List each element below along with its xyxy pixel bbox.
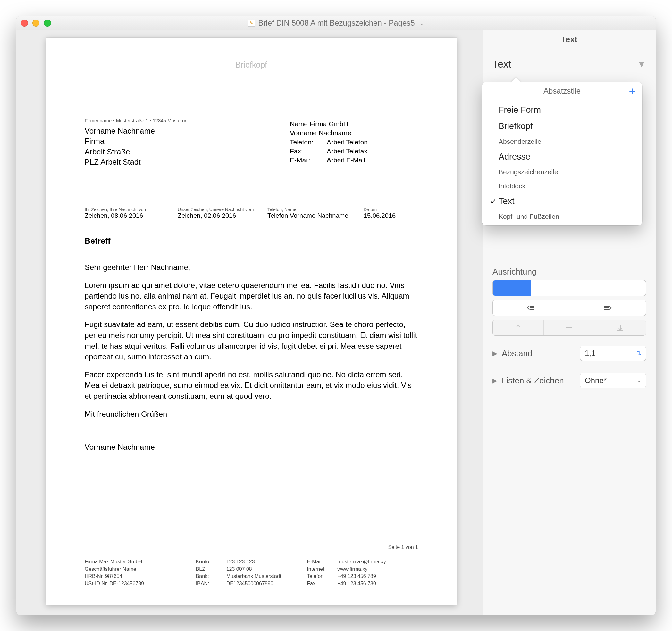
- style-item-label: Kopf- und Fußzeilen: [499, 213, 559, 220]
- align-center-button[interactable]: [531, 280, 570, 296]
- address-line[interactable]: PLZ Arbeit Stadt: [85, 157, 155, 167]
- body-text[interactable]: Sehr geehrter Herr Nachname, Lorem ipsum…: [85, 262, 418, 460]
- document-icon: ✎: [248, 20, 255, 27]
- fold-mark: [44, 328, 49, 328]
- style-item-label: Bezugszeichenzeile: [499, 168, 558, 176]
- style-item[interactable]: Infoblock: [482, 179, 642, 193]
- add-style-button[interactable]: ＋: [627, 83, 638, 98]
- page[interactable]: Briefkopf Firmenname • Musterstraße 1 • …: [46, 38, 457, 605]
- style-item-label: Absenderzeile: [499, 138, 541, 145]
- style-item-label: Text: [499, 196, 514, 206]
- style-item[interactable]: Freie Form: [482, 102, 642, 118]
- chevron-down-icon[interactable]: ⌄: [419, 20, 424, 27]
- list-style-select[interactable]: Ohne* ⌄: [580, 373, 646, 388]
- inspector-tab-text[interactable]: Text: [483, 30, 656, 49]
- style-item[interactable]: ✓Text: [482, 193, 642, 209]
- address-line[interactable]: Firma: [85, 136, 155, 146]
- chevron-down-icon: ⌄: [637, 377, 641, 384]
- disclosure-triangle-icon[interactable]: ▶: [493, 377, 497, 384]
- salutation[interactable]: Sehr geehrter Herr Nachname,: [85, 262, 418, 273]
- valign-bottom-button: [595, 320, 646, 335]
- align-right-button[interactable]: [569, 280, 608, 296]
- indent-button[interactable]: [569, 300, 646, 316]
- alignment-label: Ausrichtung: [493, 267, 646, 277]
- style-item-label: Infoblock: [499, 182, 526, 190]
- outdent-button[interactable]: [493, 300, 569, 316]
- stepper-icon: ⇅: [637, 350, 641, 357]
- recipient-address[interactable]: Vorname Nachname Firma Arbeit Straße PLZ…: [85, 126, 155, 168]
- footer-col-company: Firma Max Muster GmbH Geschäftsführer Na…: [85, 558, 196, 587]
- closing[interactable]: Mit freundlichen Grüßen: [85, 409, 418, 420]
- address-line[interactable]: Arbeit Straße: [85, 147, 155, 157]
- address-line[interactable]: Vorname Nachname: [85, 126, 155, 136]
- checkmark-icon: ✓: [490, 197, 499, 206]
- style-item-label: Briefkopf: [499, 121, 533, 131]
- line-spacing-select[interactable]: 1,1 ⇅: [580, 346, 646, 361]
- paragraph[interactable]: Fugit suavitate ad eam, ut essent debiti…: [85, 319, 418, 362]
- style-item[interactable]: Adresse: [482, 149, 642, 165]
- window-title-text: Brief DIN 5008 A mit Bezugszeichen - Pag…: [258, 19, 414, 28]
- style-item-label: Adresse: [499, 152, 530, 162]
- footer-col-contact: E-Mail:mustermax@firma.xy Internet:www.f…: [307, 558, 418, 587]
- footer-block[interactable]: Firma Max Muster GmbH Geschäftsführer Na…: [85, 558, 418, 587]
- signature[interactable]: Vorname Nachname: [85, 442, 418, 453]
- valign-top-button: [493, 320, 544, 335]
- titlebar: ✎ Brief DIN 5008 A mit Bezugszeichen - P…: [16, 16, 656, 30]
- sender-line[interactable]: Firmenname • Musterstraße 1 • 12345 Must…: [85, 118, 188, 123]
- fold-mark: [44, 395, 49, 395]
- paragraph-styles-popover: Absatzstile ＋ Freie FormBriefkopfAbsende…: [482, 82, 642, 226]
- text-alignment-segment[interactable]: [493, 280, 646, 296]
- vertical-alignment-segment: [493, 320, 646, 336]
- style-list: Freie FormBriefkopfAbsenderzeileAdresseB…: [482, 100, 642, 226]
- style-item[interactable]: Kopf- und Fußzeilen: [482, 209, 642, 224]
- popover-header: Absatzstile ＋: [482, 82, 642, 100]
- paragraph[interactable]: Lorem ipsum ad qui amet dolore, vitae ce…: [85, 280, 418, 312]
- align-left-button[interactable]: [493, 280, 531, 296]
- style-item[interactable]: Bezugszeichenzeile: [482, 165, 642, 179]
- info-person[interactable]: Vorname Nachname: [290, 128, 368, 137]
- document-canvas[interactable]: Briefkopf Firmenname • Musterstraße 1 • …: [16, 30, 482, 615]
- subject-line[interactable]: Betreff: [85, 236, 111, 246]
- spacing-row[interactable]: ▶ Abstand 1,1 ⇅: [493, 339, 646, 367]
- page-number: Seite 1 von 1: [388, 545, 418, 550]
- window-title: ✎ Brief DIN 5008 A mit Bezugszeichen - P…: [16, 19, 656, 28]
- align-justify-button[interactable]: [608, 280, 646, 296]
- style-item[interactable]: Absenderzeile: [482, 134, 642, 149]
- briefkopf-placeholder[interactable]: Briefkopf: [46, 60, 457, 70]
- style-item-label: Freie Form: [499, 105, 541, 115]
- paragraph-style-selector[interactable]: Text ▼: [493, 58, 646, 70]
- reference-row[interactable]: Ihr Zeichen, Ihre Nachricht vomZeichen, …: [85, 207, 437, 220]
- style-item[interactable]: Briefkopf: [482, 118, 642, 134]
- paragraph[interactable]: Facer expetenda ius te, sint mundi aperi…: [85, 369, 418, 402]
- footer-col-bank: Konto:123 123 123 BLZ:123 007 08 Bank:Mu…: [196, 558, 307, 587]
- disclosure-triangle-icon[interactable]: ▶: [493, 350, 497, 357]
- valign-middle-button: [544, 320, 595, 335]
- info-block[interactable]: Name Firma GmbH Vorname Nachname Telefon…: [290, 120, 368, 165]
- lists-row[interactable]: ▶ Listen & Zeichen Ohne* ⌄: [493, 367, 646, 394]
- fold-mark: [44, 212, 49, 212]
- app-window: ✎ Brief DIN 5008 A mit Bezugszeichen - P…: [16, 16, 656, 615]
- info-company[interactable]: Name Firma GmbH: [290, 120, 368, 128]
- chevron-down-icon: ▼: [637, 59, 646, 70]
- indent-segment[interactable]: [493, 300, 646, 316]
